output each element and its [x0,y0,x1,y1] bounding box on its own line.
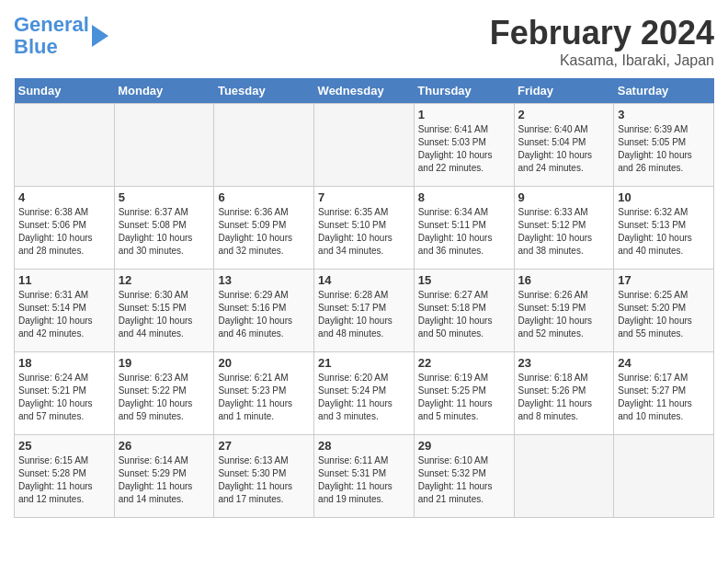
weekday-header-wednesday: Wednesday [314,78,415,104]
week-row-1: 1Sunrise: 6:41 AM Sunset: 5:03 PM Daylig… [15,104,714,187]
table-cell: 17Sunrise: 6:25 AM Sunset: 5:20 PM Dayli… [614,270,714,352]
table-cell: 22Sunrise: 6:19 AM Sunset: 5:25 PM Dayli… [414,352,514,435]
weekday-header-friday: Friday [514,78,614,104]
day-info: Sunrise: 6:34 AM Sunset: 5:11 PM Dayligh… [418,206,510,258]
table-cell: 8Sunrise: 6:34 AM Sunset: 5:11 PM Daylig… [414,187,514,270]
weekday-header-tuesday: Tuesday [214,78,314,104]
day-info: Sunrise: 6:21 AM Sunset: 5:23 PM Dayligh… [218,372,310,423]
table-cell: 16Sunrise: 6:26 AM Sunset: 5:19 PM Dayli… [514,270,614,352]
day-info: Sunrise: 6:35 AM Sunset: 5:10 PM Dayligh… [318,206,410,258]
day-number: 21 [318,356,410,370]
weekday-header-row: SundayMondayTuesdayWednesdayThursdayFrid… [15,78,714,104]
day-info: Sunrise: 6:36 AM Sunset: 5:09 PM Dayligh… [218,206,310,258]
day-info: Sunrise: 6:10 AM Sunset: 5:32 PM Dayligh… [418,454,510,506]
table-cell: 12Sunrise: 6:30 AM Sunset: 5:15 PM Dayli… [114,270,214,352]
logo-line1: General [14,13,89,36]
day-info: Sunrise: 6:20 AM Sunset: 5:24 PM Dayligh… [318,372,410,423]
day-number: 7 [318,190,410,204]
table-cell: 27Sunrise: 6:13 AM Sunset: 5:30 PM Dayli… [214,435,314,518]
day-number: 16 [518,273,610,287]
table-cell [314,104,415,187]
table-cell: 14Sunrise: 6:28 AM Sunset: 5:17 PM Dayli… [314,270,415,352]
table-cell [15,104,115,187]
weekday-header-monday: Monday [114,78,214,104]
table-cell: 1Sunrise: 6:41 AM Sunset: 5:03 PM Daylig… [414,104,514,187]
weekday-header-sunday: Sunday [15,78,115,104]
table-cell: 3Sunrise: 6:39 AM Sunset: 5:05 PM Daylig… [614,104,714,187]
day-number: 14 [318,273,410,287]
table-cell [614,435,714,518]
day-number: 17 [618,273,710,287]
day-info: Sunrise: 6:29 AM Sunset: 5:16 PM Dayligh… [218,289,310,340]
day-info: Sunrise: 6:33 AM Sunset: 5:12 PM Dayligh… [518,206,610,258]
calendar-subtitle: Kasama, Ibaraki, Japan [490,52,714,69]
table-cell: 2Sunrise: 6:40 AM Sunset: 5:04 PM Daylig… [514,104,614,187]
day-number: 11 [18,273,110,287]
day-number: 24 [618,356,710,370]
day-number: 19 [119,356,210,370]
day-info: Sunrise: 6:13 AM Sunset: 5:30 PM Dayligh… [218,454,310,506]
day-info: Sunrise: 6:31 AM Sunset: 5:14 PM Dayligh… [18,289,110,340]
week-row-3: 11Sunrise: 6:31 AM Sunset: 5:14 PM Dayli… [15,270,714,352]
table-cell: 18Sunrise: 6:24 AM Sunset: 5:21 PM Dayli… [15,352,115,435]
table-cell: 29Sunrise: 6:10 AM Sunset: 5:32 PM Dayli… [414,435,514,518]
day-info: Sunrise: 6:11 AM Sunset: 5:31 PM Dayligh… [318,454,410,506]
day-info: Sunrise: 6:25 AM Sunset: 5:20 PM Dayligh… [618,289,710,340]
day-info: Sunrise: 6:28 AM Sunset: 5:17 PM Dayligh… [318,289,410,340]
weekday-header-saturday: Saturday [614,78,714,104]
day-number: 12 [119,273,210,287]
table-cell: 25Sunrise: 6:15 AM Sunset: 5:28 PM Dayli… [15,435,115,518]
table-cell: 21Sunrise: 6:20 AM Sunset: 5:24 PM Dayli… [314,352,415,435]
day-info: Sunrise: 6:41 AM Sunset: 5:03 PM Dayligh… [418,123,510,175]
table-cell: 24Sunrise: 6:17 AM Sunset: 5:27 PM Dayli… [614,352,714,435]
table-cell: 4Sunrise: 6:38 AM Sunset: 5:06 PM Daylig… [15,187,115,270]
day-number: 20 [218,356,310,370]
day-number: 13 [218,273,310,287]
table-cell: 23Sunrise: 6:18 AM Sunset: 5:26 PM Dayli… [514,352,614,435]
table-cell: 6Sunrise: 6:36 AM Sunset: 5:09 PM Daylig… [214,187,314,270]
table-cell: 15Sunrise: 6:27 AM Sunset: 5:18 PM Dayli… [414,270,514,352]
table-cell [514,435,614,518]
day-number: 6 [218,190,310,204]
table-cell: 11Sunrise: 6:31 AM Sunset: 5:14 PM Dayli… [15,270,115,352]
logo: General Blue [14,14,108,58]
day-number: 10 [618,190,710,204]
day-info: Sunrise: 6:14 AM Sunset: 5:29 PM Dayligh… [119,454,210,506]
weekday-header-thursday: Thursday [414,78,514,104]
day-number: 27 [218,439,310,453]
logo-line2: Blue [14,35,58,58]
week-row-2: 4Sunrise: 6:38 AM Sunset: 5:06 PM Daylig… [15,187,714,270]
day-number: 15 [418,273,510,287]
day-number: 25 [18,439,110,453]
table-cell [114,104,214,187]
table-cell: 28Sunrise: 6:11 AM Sunset: 5:31 PM Dayli… [314,435,415,518]
logo-text: General Blue [14,14,89,58]
day-info: Sunrise: 6:17 AM Sunset: 5:27 PM Dayligh… [618,372,710,423]
day-number: 23 [518,356,610,370]
day-info: Sunrise: 6:38 AM Sunset: 5:06 PM Dayligh… [18,206,110,258]
table-cell: 9Sunrise: 6:33 AM Sunset: 5:12 PM Daylig… [514,187,614,270]
day-info: Sunrise: 6:18 AM Sunset: 5:26 PM Dayligh… [518,372,610,423]
day-number: 29 [418,439,510,453]
calendar-title: February 2024 [490,14,714,52]
table-cell: 10Sunrise: 6:32 AM Sunset: 5:13 PM Dayli… [614,187,714,270]
table-cell: 20Sunrise: 6:21 AM Sunset: 5:23 PM Dayli… [214,352,314,435]
day-number: 3 [618,108,710,121]
table-cell: 26Sunrise: 6:14 AM Sunset: 5:29 PM Dayli… [114,435,214,518]
title-area: February 2024 Kasama, Ibaraki, Japan [490,14,714,69]
day-number: 22 [418,356,510,370]
calendar-table: SundayMondayTuesdayWednesdayThursdayFrid… [14,78,714,518]
logo-arrow-icon [92,25,108,47]
week-row-5: 25Sunrise: 6:15 AM Sunset: 5:28 PM Dayli… [15,435,714,518]
day-info: Sunrise: 6:30 AM Sunset: 5:15 PM Dayligh… [119,289,210,340]
week-row-4: 18Sunrise: 6:24 AM Sunset: 5:21 PM Dayli… [15,352,714,435]
day-number: 4 [18,190,110,204]
day-number: 26 [119,439,210,453]
day-info: Sunrise: 6:23 AM Sunset: 5:22 PM Dayligh… [119,372,210,423]
day-info: Sunrise: 6:26 AM Sunset: 5:19 PM Dayligh… [518,289,610,340]
day-number: 18 [18,356,110,370]
day-info: Sunrise: 6:32 AM Sunset: 5:13 PM Dayligh… [618,206,710,258]
table-cell: 7Sunrise: 6:35 AM Sunset: 5:10 PM Daylig… [314,187,415,270]
day-info: Sunrise: 6:27 AM Sunset: 5:18 PM Dayligh… [418,289,510,340]
table-cell: 13Sunrise: 6:29 AM Sunset: 5:16 PM Dayli… [214,270,314,352]
